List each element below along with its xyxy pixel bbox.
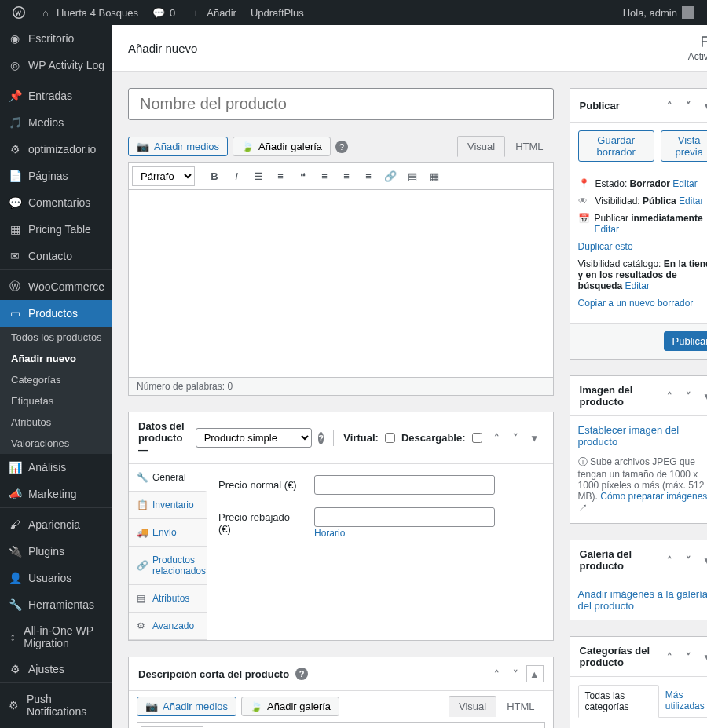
menu-dashboard[interactable]: ◉Escritorio <box>0 25 112 52</box>
toggle-button[interactable]: ▾ <box>699 387 707 404</box>
menu-pages[interactable]: 📄Páginas <box>0 163 112 189</box>
menu-tools[interactable]: 🔧Herramientas <box>0 591 112 618</box>
toggle-button[interactable]: ▴ <box>526 665 544 682</box>
add-media-button[interactable]: 📷Añadir medios <box>128 137 228 156</box>
menu-appearance[interactable]: 🖌Apariencia <box>0 511 112 538</box>
move-up-button[interactable]: ˄ <box>661 387 679 404</box>
menu-envira[interactable]: 🍂Galería Envira <box>0 724 112 728</box>
align-center-button[interactable]: ≡ <box>336 166 357 186</box>
submenu-reviews[interactable]: Valoraciones <box>0 433 112 454</box>
save-draft-button[interactable]: Guardar borrador <box>578 130 654 162</box>
submenu-categories[interactable]: Categorías <box>0 369 112 390</box>
menu-marketing[interactable]: 📣Marketing <box>0 481 112 507</box>
menu-pricingtable[interactable]: ▦Pricing Table <box>0 216 112 243</box>
menu-products[interactable]: ▭Productos <box>0 300 112 327</box>
menu-contact[interactable]: ✉Contacto <box>0 243 112 269</box>
preview-button[interactable]: Vista previa <box>661 130 707 162</box>
more-button[interactable]: ▤ <box>402 166 423 186</box>
account-link[interactable]: Hola, admin <box>617 0 701 25</box>
quote-button[interactable]: ❝ <box>292 166 313 186</box>
bold-button[interactable]: B <box>204 166 225 186</box>
schedule-link[interactable]: Horario <box>314 528 345 539</box>
move-up-button[interactable]: ˄ <box>489 665 506 682</box>
add-media-button[interactable]: 📷Añadir medios <box>137 697 236 716</box>
edit-date-link[interactable]: Editar <box>595 224 619 235</box>
tab-html[interactable]: HTML <box>505 136 553 157</box>
format-select[interactable]: Párrafo <box>132 166 195 186</box>
product-title-input[interactable] <box>128 88 554 120</box>
menu-posts[interactable]: 📌Entradas <box>0 82 112 109</box>
add-gallery-button[interactable]: 🍃Añadir galería <box>241 697 339 716</box>
edit-visibility-link[interactable]: Editar <box>679 196 703 207</box>
duplicate-link[interactable]: Duplicar esto <box>578 241 633 252</box>
link-button[interactable]: 🔗 <box>380 166 401 186</box>
activity-button[interactable]: Actividad <box>688 35 707 62</box>
toolbar-toggle-button[interactable]: ▦ <box>424 166 445 186</box>
menu-comments[interactable]: 💬Comentarios <box>0 189 112 216</box>
help-icon[interactable]: ? <box>295 668 308 680</box>
move-down-button[interactable]: ˅ <box>507 665 525 682</box>
add-gallery-button[interactable]: 🍃Añadir galería <box>233 137 331 156</box>
help-icon[interactable]: ? <box>318 432 324 444</box>
italic-button[interactable]: I <box>226 166 247 186</box>
product-type-select[interactable]: Producto simple <box>196 428 312 448</box>
menu-woocommerce[interactable]: ⓌWooCommerce <box>0 273 112 300</box>
new-content-link[interactable]: +Añadir <box>183 0 243 25</box>
site-name-link[interactable]: ⌂Huerta 4 Bosques <box>33 0 145 25</box>
tab-most-used[interactable]: Más utilizadas <box>659 685 707 717</box>
bullet-list-button[interactable]: ☰ <box>248 166 269 186</box>
move-down-button[interactable]: ˅ <box>680 387 698 404</box>
menu-settings[interactable]: ⚙Ajustes <box>0 656 112 682</box>
tab-general[interactable]: 🔧General <box>129 464 207 492</box>
copy-draft-link[interactable]: Copiar a un nuevo borrador <box>578 298 694 309</box>
tab-linked[interactable]: 🔗Productos relacionados <box>129 547 207 585</box>
menu-wpactivity[interactable]: ◎WP Activity Log <box>0 52 112 79</box>
align-left-button[interactable]: ≡ <box>314 166 335 186</box>
submenu-all-products[interactable]: Todos los productos <box>0 327 112 348</box>
align-right-button[interactable]: ≡ <box>358 166 379 186</box>
move-up-button[interactable]: ˄ <box>661 97 679 114</box>
menu-users[interactable]: 👤Usuarios <box>0 565 112 591</box>
regular-price-input[interactable] <box>314 475 495 495</box>
toggle-button[interactable]: ▾ <box>699 97 707 114</box>
tab-visual[interactable]: Visual <box>457 136 505 157</box>
toggle-button[interactable]: ▾ <box>699 648 707 665</box>
toggle-button[interactable]: ▾ <box>699 551 707 569</box>
tab-shipping[interactable]: 🚚Envío <box>129 519 207 547</box>
tab-inventory[interactable]: 📋Inventario <box>129 492 207 519</box>
prepare-images-link[interactable]: Cómo preparar imágenes <box>600 491 707 502</box>
menu-aiowpm[interactable]: ↕All-in-One WP Migration <box>0 618 112 656</box>
tab-html[interactable]: HTML <box>496 696 544 717</box>
number-list-button[interactable]: ≡ <box>270 166 291 186</box>
move-down-button[interactable]: ˅ <box>507 430 525 447</box>
content-editor[interactable] <box>128 189 554 378</box>
edit-status-link[interactable]: Editar <box>672 178 697 189</box>
add-gallery-images-link[interactable]: Añadir imágenes a la galería del product… <box>578 588 707 612</box>
virtual-checkbox[interactable] <box>385 433 395 443</box>
edit-catalog-link[interactable]: Editar <box>625 280 650 291</box>
submenu-add-new[interactable]: Añadir nuevo <box>0 348 112 369</box>
set-image-link[interactable]: Establecer imagen del producto <box>578 424 680 448</box>
updraft-link[interactable]: UpdraftPlus <box>244 0 310 25</box>
move-up-button[interactable]: ˄ <box>489 430 506 447</box>
menu-analytics[interactable]: 📊Análisis <box>0 454 112 481</box>
move-down-button[interactable]: ˅ <box>680 551 698 569</box>
move-down-button[interactable]: ˅ <box>680 97 698 114</box>
sale-price-input[interactable] <box>314 507 495 527</box>
publish-button[interactable]: Publicar <box>664 331 707 351</box>
menu-media[interactable]: 🎵Medios <box>0 109 112 136</box>
move-up-button[interactable]: ˄ <box>661 648 679 665</box>
downloadable-checkbox[interactable] <box>472 433 482 443</box>
menu-plugins[interactable]: 🔌Plugins <box>0 538 112 565</box>
wp-logo[interactable] <box>6 0 31 25</box>
submenu-attributes[interactable]: Atributos <box>0 412 112 433</box>
toggle-button[interactable]: ▾ <box>526 430 544 447</box>
move-up-button[interactable]: ˄ <box>661 551 679 569</box>
help-icon[interactable]: ? <box>335 141 348 153</box>
menu-optimizador[interactable]: ⚙optimizador.io <box>0 136 112 163</box>
tab-attributes[interactable]: ▤Atributos <box>129 585 207 613</box>
tab-all-categories[interactable]: Todas las categorías <box>578 685 659 718</box>
tab-visual[interactable]: Visual <box>449 696 496 717</box>
tab-advanced[interactable]: ⚙Avanzado <box>129 613 207 640</box>
submenu-tags[interactable]: Etiquetas <box>0 390 112 412</box>
